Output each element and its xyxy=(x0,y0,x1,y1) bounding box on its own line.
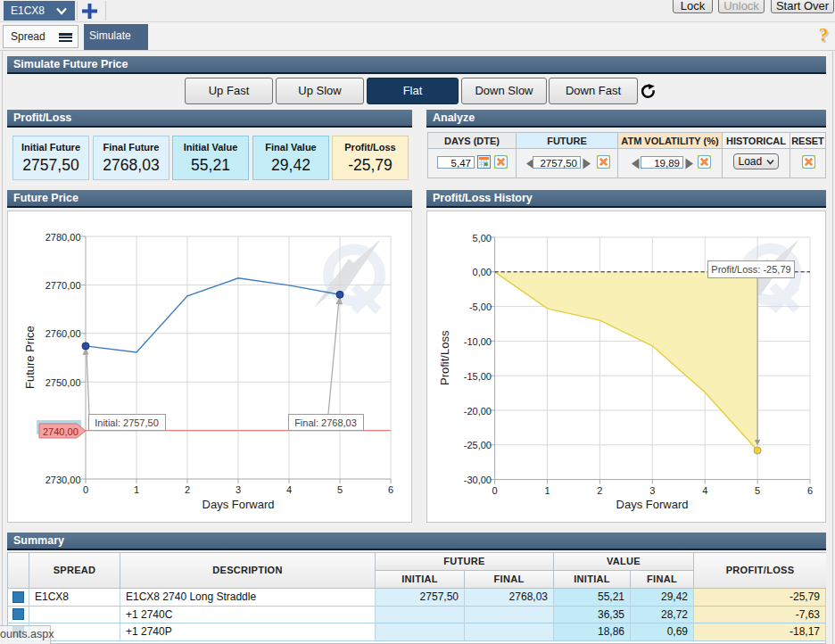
svg-text:Future Price: Future Price xyxy=(23,326,37,389)
svg-text:-25,00: -25,00 xyxy=(464,440,492,450)
svg-text:5,00: 5,00 xyxy=(473,233,492,244)
svg-text:Days Forward: Days Forward xyxy=(203,498,275,511)
svg-text:2770,00: 2770,00 xyxy=(45,280,81,291)
svg-text:5: 5 xyxy=(755,485,760,496)
svg-text:2740,00: 2740,00 xyxy=(43,426,79,437)
svg-text:2760,00: 2760,00 xyxy=(45,328,81,339)
svg-text:2: 2 xyxy=(185,484,190,495)
svg-text:-30,00: -30,00 xyxy=(464,475,492,485)
svg-text:3: 3 xyxy=(649,485,655,496)
svg-text:4: 4 xyxy=(702,485,707,496)
svg-text:6: 6 xyxy=(807,485,813,496)
svg-text:Final: 2768,03: Final: 2768,03 xyxy=(294,417,357,428)
svg-text:-15,00: -15,00 xyxy=(464,371,492,382)
svg-text:6: 6 xyxy=(388,484,393,495)
svg-text:4: 4 xyxy=(286,484,292,495)
svg-text:-10,00: -10,00 xyxy=(464,336,492,347)
svg-text:2730,00: 2730,00 xyxy=(45,475,81,485)
svg-text:Initial: 2757,50: Initial: 2757,50 xyxy=(95,417,159,428)
svg-text:2780,00: 2780,00 xyxy=(45,232,81,243)
svg-text:Profit/Loss: Profit/Loss xyxy=(438,330,451,385)
svg-text:5: 5 xyxy=(337,484,343,495)
svg-text:1: 1 xyxy=(134,484,139,495)
svg-text:0: 0 xyxy=(83,484,88,495)
svg-text:0,00: 0,00 xyxy=(473,267,492,277)
svg-text:Profit/Loss: -25,79: Profit/Loss: -25,79 xyxy=(711,264,790,275)
svg-text:-5,00: -5,00 xyxy=(469,301,492,312)
svg-text:3: 3 xyxy=(236,484,241,495)
svg-text:2: 2 xyxy=(597,485,602,496)
svg-text:2750,00: 2750,00 xyxy=(45,377,81,388)
svg-text:1: 1 xyxy=(544,485,550,496)
svg-text:Days Forward: Days Forward xyxy=(616,498,689,511)
svg-text:0: 0 xyxy=(492,485,498,496)
svg-text:-20,00: -20,00 xyxy=(464,406,492,417)
